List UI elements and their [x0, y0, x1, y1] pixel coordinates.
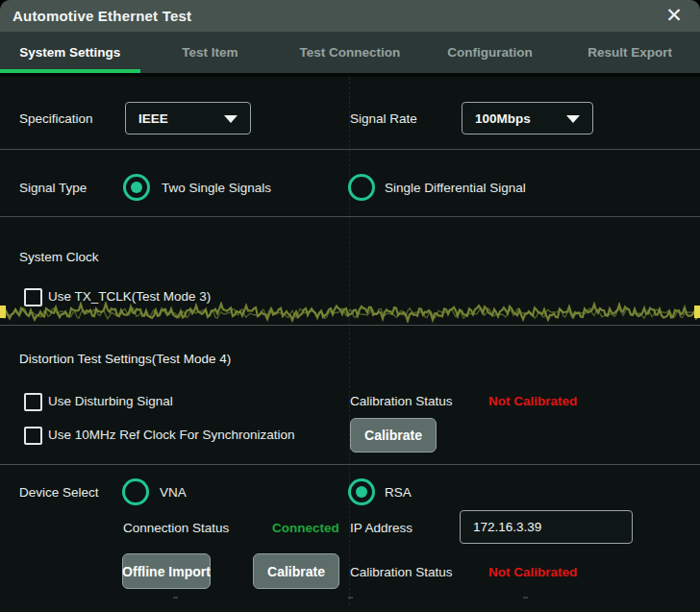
close-icon[interactable]: ✕ [658, 0, 690, 32]
tab-bar: System Settings Test Item Test Connectio… [0, 32, 700, 73]
graticule-dot [523, 597, 528, 599]
tab-test-item[interactable]: Test Item [140, 32, 281, 73]
ip-address-input[interactable] [460, 510, 633, 544]
radio-two-single-signals-label: Two Single Signals [162, 181, 271, 195]
signal-rate-value: 100Mbps [475, 111, 531, 126]
device-calibrate-button[interactable]: Calibrate [253, 553, 339, 589]
tab-label: Result Export [588, 45, 672, 60]
tab-configuration[interactable]: Configuration [420, 32, 561, 73]
section-divider [0, 216, 700, 217]
distortion-settings-heading: Distortion Test Settings(Test Mode 4) [19, 352, 231, 366]
automotive-ethernet-test-dialog: Automotive Ethernet Test ✕ System Settin… [0, 0, 700, 612]
specification-label: Specification [19, 111, 93, 126]
tab-label: Test Item [182, 45, 238, 60]
radio-single-differential-signal-label: Single Differential Signal [385, 181, 526, 195]
distortion-calibrate-button[interactable]: Calibrate [350, 418, 437, 453]
tab-result-export[interactable]: Result Export [560, 32, 700, 73]
device-calibration-status-label: Calibration Status [350, 565, 453, 579]
radio-vna[interactable] [122, 478, 149, 505]
device-select-label: Device Select [19, 485, 99, 500]
tab-test-connection[interactable]: Test Connection [280, 32, 420, 73]
connection-status-label: Connection Status [123, 521, 229, 535]
tab-system-settings[interactable]: System Settings [0, 32, 140, 73]
offline-import-button[interactable]: Offline Import [122, 553, 211, 589]
signal-rate-label: Signal Rate [350, 111, 417, 126]
system-settings-panel: Specification IEEE Signal Rate 100Mbps S… [0, 77, 700, 605]
background-scope-waveform [0, 302, 700, 323]
calibration-status-label: Calibration Status [350, 394, 453, 408]
graticule-dot [173, 597, 178, 599]
section-divider [0, 464, 700, 465]
device-calibration-status-value: Not Calibrated [488, 565, 577, 579]
system-clock-heading: System Clock [19, 250, 99, 264]
title-bar: Automotive Ethernet Test ✕ [0, 0, 700, 32]
tab-label: Test Connection [300, 45, 401, 60]
trigger-marker-left [0, 306, 6, 318]
ip-address-label: IP Address [350, 521, 412, 535]
connection-status-value: Connected [272, 521, 339, 535]
specification-dropdown[interactable]: IEEE [125, 102, 251, 135]
radio-rsa-label: RSA [385, 485, 412, 500]
window-title: Automotive Ethernet Test [12, 0, 191, 32]
radio-rsa[interactable] [348, 478, 375, 505]
calibration-status-value: Not Calibrated [488, 394, 577, 408]
tab-label: Configuration [447, 45, 532, 60]
use-disturbing-signal-label: Use Disturbing Signal [48, 394, 173, 408]
chevron-down-icon [566, 115, 580, 123]
radio-vna-label: VNA [160, 485, 187, 500]
radio-single-differential-signal[interactable] [348, 174, 375, 201]
section-divider [0, 325, 700, 326]
tab-label: System Settings [19, 45, 120, 60]
trigger-marker-right [694, 306, 700, 318]
radio-two-single-signals[interactable] [123, 174, 150, 201]
use-10mhz-refclock-label: Use 10MHz Ref Clock For Synchronization [48, 428, 295, 442]
use-10mhz-refclock-checkbox[interactable] [24, 427, 42, 445]
signal-rate-dropdown[interactable]: 100Mbps [462, 102, 593, 135]
graticule-dot [348, 597, 353, 599]
specification-value: IEEE [138, 111, 168, 126]
use-disturbing-signal-checkbox[interactable] [24, 393, 42, 411]
section-divider [0, 149, 700, 150]
chevron-down-icon [224, 115, 238, 123]
signal-type-label: Signal Type [19, 181, 87, 195]
